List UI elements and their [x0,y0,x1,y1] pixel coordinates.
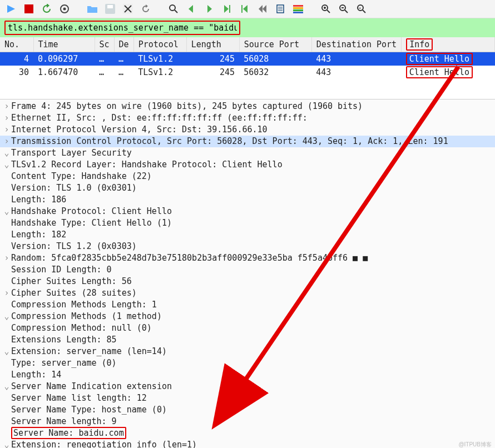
tree-ip[interactable]: ›Internet Protocol Version 4, Src: Dst: … [0,124,495,136]
zoom-in-icon[interactable] [319,2,333,16]
tree-sn-len2[interactable]: Server Name length: 9 [0,416,495,427]
tree-sn-list-len[interactable]: Server Name list length: 12 [0,392,495,404]
tree-handshake[interactable]: ⌄Handshake Protocol: Client Hello [0,206,495,217]
svg-rect-5 [107,5,113,8]
filter-highlight [4,21,240,35]
col-info[interactable]: Info [402,37,495,52]
colorize-icon[interactable] [291,2,305,16]
packet-row[interactable]: 301.667470……TLSv1.224556032443Client Hel… [0,66,495,79]
col-len[interactable]: Length [186,37,239,52]
tree-ext-reneg[interactable]: ⌄Extension: renegotiation_info (len=1) [0,439,495,448]
tree-sni[interactable]: ⌄Server Name Indication extension [0,381,495,392]
tree-hs-type[interactable]: Handshake Type: Client Hello (1) [0,217,495,229]
jump-icon[interactable] [220,2,234,16]
tree-cs-len[interactable]: Cipher Suites Length: 56 [0,276,495,287]
display-filter-input[interactable] [6,22,239,34]
info-highlight: Client Hello [406,53,473,65]
svg-point-3 [63,8,66,11]
tree-tls[interactable]: ⌄Transport Layer Security [0,147,495,159]
tree-content-type[interactable]: Content Type: Handshake (22) [0,171,495,182]
col-proto[interactable]: Protocol [133,37,186,52]
restart-capture-icon[interactable] [40,2,53,16]
tree-ext-len[interactable]: Extensions Length: 85 [0,334,495,346]
packet-list-header: No. Time Sc De Protocol Length Source Po… [0,37,495,52]
tree-server-name[interactable]: Server Name: baidu.com [0,427,495,439]
tree-sn-type[interactable]: Type: server_name (0) [0,357,495,369]
svg-line-10 [175,10,177,13]
options-icon[interactable] [58,2,71,16]
tree-ext-sn[interactable]: ⌄Extension: server_name (len=14) [0,346,495,357]
col-dport[interactable]: Destination Port [311,37,402,52]
col-sport[interactable]: Source Port [239,37,311,52]
packet-row[interactable]: 40.096297……TLSv1.224556028443Client Hell… [0,52,495,66]
forward-icon[interactable] [202,2,216,16]
info-highlight: Client Hello [406,66,473,78]
svg-marker-11 [189,5,193,13]
tree-sn-type2[interactable]: Server Name Type: host_name (0) [0,404,495,416]
start-capture-icon[interactable] [4,2,18,16]
go-last-icon[interactable] [256,2,269,16]
tree-random[interactable]: ›Random: 5fca0f2835cbb5e248d7b3e75180b2b… [0,252,495,264]
tree-frame[interactable]: ›Frame 4: 245 bytes on wire (1960 bits),… [0,101,495,112]
tree-cm-len[interactable]: Compression Methods Length: 1 [0,299,495,311]
display-filter-bar [0,18,495,37]
svg-rect-25 [293,9,303,11]
col-time[interactable]: Time [33,37,95,52]
packet-list-table[interactable]: No. Time Sc De Protocol Length Source Po… [0,37,495,79]
svg-marker-17 [259,5,263,13]
svg-rect-23 [293,5,303,7]
tree-sid-len[interactable]: Session ID Length: 0 [0,264,495,276]
tree-length-rec[interactable]: Length: 186 [0,194,495,206]
svg-rect-14 [229,5,230,13]
svg-line-28 [327,10,330,13]
svg-text:=: = [359,6,361,11]
open-file-icon[interactable] [86,2,99,16]
zoom-reset-icon[interactable]: = [355,2,368,16]
svg-rect-1 [24,4,33,13]
svg-marker-18 [263,5,266,13]
tree-sn-len[interactable]: Length: 14 [0,369,495,381]
save-file-icon[interactable] [103,2,117,16]
zoom-out-icon[interactable] [337,2,350,16]
tree-version-rec[interactable]: Version: TLS 1.0 (0x0301) [0,182,495,194]
tree-tls-record[interactable]: ⌄TLSv1.2 Record Layer: Handshake Protoco… [0,159,495,171]
back-icon[interactable] [185,2,198,16]
tree-tcp[interactable]: ›Transmission Control Protocol, Src Port… [0,136,495,147]
col-sc[interactable]: Sc [95,37,114,52]
svg-marker-12 [207,5,212,13]
tree-ethernet[interactable]: ›Ethernet II, Src: , Dst: ee:ff:ff:ff:ff… [0,112,495,124]
find-icon[interactable] [167,2,180,16]
col-de[interactable]: De [114,37,133,52]
tree-hs-version[interactable]: Version: TLS 1.2 (0x0303) [0,241,495,252]
tree-cm[interactable]: ⌄Compression Methods (1 method) [0,311,495,322]
toolbar: = [0,0,495,18]
reload-icon[interactable] [139,2,152,16]
svg-line-32 [345,10,348,13]
svg-marker-0 [7,5,15,13]
close-file-icon[interactable] [121,2,135,16]
svg-rect-26 [293,12,303,13]
svg-point-9 [170,5,175,11]
svg-marker-15 [243,5,248,13]
tree-cm-null[interactable]: Compression Method: null (0) [0,322,495,334]
packet-details-pane[interactable]: ›Frame 4: 245 bytes on wire (1960 bits),… [0,99,495,448]
server-name-highlight: Server Name: baidu.com [11,427,126,439]
col-no[interactable]: No. [0,37,33,52]
go-first-icon[interactable] [238,2,251,16]
stop-capture-icon[interactable] [22,2,36,16]
svg-line-35 [363,10,365,13]
tree-cs[interactable]: ›Cipher Suites (28 suites) [0,287,495,299]
tree-hs-length[interactable]: Length: 182 [0,229,495,241]
svg-rect-16 [241,5,242,13]
auto-scroll-icon[interactable] [274,2,287,16]
watermark: @ITPUB博客 [458,441,492,448]
svg-rect-24 [293,7,303,9]
svg-marker-13 [224,5,229,13]
